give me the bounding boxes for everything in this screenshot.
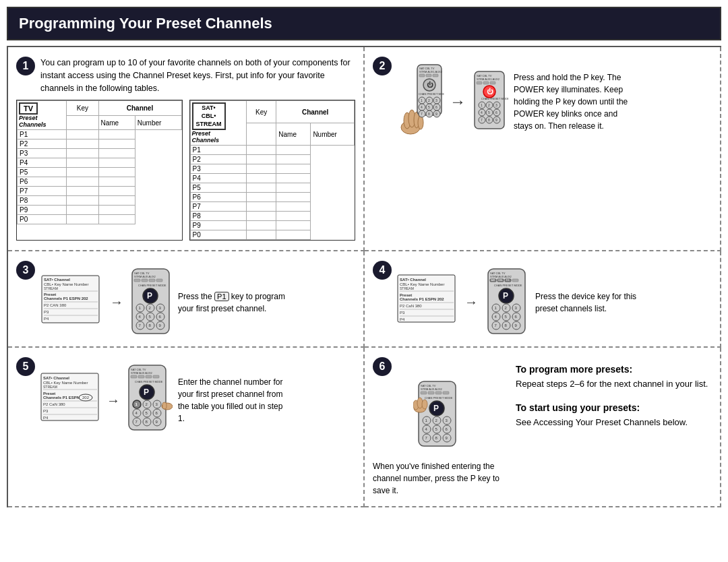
svg-rect-192 bbox=[421, 392, 427, 394]
step-6-text: When you've finished entering the channe… bbox=[373, 460, 508, 497]
table-row: P0 bbox=[190, 230, 355, 240]
row-key: P0 bbox=[190, 230, 246, 240]
table-row: P2 bbox=[190, 155, 355, 164]
preset-channels-label-tv: PresetChannels bbox=[19, 115, 47, 128]
svg-text:1: 1 bbox=[481, 103, 483, 107]
svg-rect-165 bbox=[153, 375, 159, 378]
svg-text:P2  CAN  380: P2 CAN 380 bbox=[44, 303, 67, 307]
step-2-remote-right: SAT CBL TV STRM AUX1 AUX2 ⏻ CHAN PRESET … bbox=[471, 70, 508, 133]
table-row: P6 bbox=[18, 177, 182, 187]
preset-channels-label-sat: PresetChannels bbox=[192, 130, 220, 144]
table-row: P3 bbox=[18, 149, 182, 158]
svg-text:2: 2 bbox=[428, 98, 430, 102]
row-key: P7 bbox=[190, 202, 246, 212]
sat-table: SAT•CBL•STREAM PresetChannels Key Channe… bbox=[189, 100, 356, 241]
svg-text:STRM AUX AUX2: STRM AUX AUX2 bbox=[131, 371, 153, 375]
tv-channel-header: Channel bbox=[98, 101, 181, 116]
table-row: P4 bbox=[18, 158, 182, 168]
svg-text:8: 8 bbox=[488, 118, 490, 122]
page-title: Programming Your Preset Channels bbox=[7, 7, 721, 40]
row-number bbox=[98, 196, 135, 206]
row-name bbox=[246, 164, 276, 174]
tv-key-col: Key bbox=[67, 101, 98, 116]
row-number bbox=[98, 149, 135, 158]
svg-rect-195 bbox=[443, 392, 449, 394]
svg-rect-76 bbox=[142, 279, 148, 282]
svg-text:P2  CaN  380: P2 CaN 380 bbox=[400, 304, 422, 308]
svg-rect-37 bbox=[490, 82, 495, 84]
svg-text:3: 3 bbox=[435, 98, 437, 102]
svg-text:STRM AUX1 AUX2: STRM AUX1 AUX2 bbox=[477, 77, 500, 81]
table-row: P4 bbox=[190, 174, 355, 183]
svg-text:STREAM: STREAM bbox=[43, 385, 57, 389]
step-3-content: SAT• Channel CBL• Key Name Number STREAM… bbox=[40, 268, 355, 337]
tables-row: TV PresetChannels Key Channel Name Numbe… bbox=[16, 100, 355, 241]
step-3-arrow: → bbox=[110, 294, 123, 310]
table-row: P8 bbox=[18, 196, 182, 206]
main-grid: 1 You can program up to 10 of your favor… bbox=[7, 46, 721, 507]
sat-blank bbox=[246, 123, 276, 146]
svg-text:P4: P4 bbox=[400, 317, 405, 321]
svg-text:1: 1 bbox=[421, 98, 423, 102]
row-key: P4 bbox=[190, 174, 246, 183]
table-row: P1 bbox=[18, 130, 182, 139]
table-row: P6 bbox=[190, 193, 355, 202]
svg-text:CHAN PRESET MODE: CHAN PRESET MODE bbox=[419, 92, 444, 96]
row-name bbox=[67, 187, 98, 196]
svg-rect-10 bbox=[433, 74, 438, 77]
svg-text:Channels  P1  ESPN  202: Channels P1 ESPN 202 bbox=[44, 296, 88, 301]
svg-text:P3: P3 bbox=[43, 409, 49, 413]
step-5-content: SAT• Channel CBL• Key Name Number STREAM… bbox=[40, 364, 355, 437]
row-number bbox=[98, 206, 135, 215]
step4-remote-svg: SAT CBL TV STRM AUX AUX2 SAT CBL TV CHAN… bbox=[485, 268, 528, 335]
step-3-mini-table: SAT• Channel CBL• Key Name Number STREAM… bbox=[40, 274, 104, 330]
row-key: P6 bbox=[190, 193, 246, 202]
table-row: P9 bbox=[18, 206, 182, 215]
step-1-cell: 1 You can program up to 10 of your favor… bbox=[8, 47, 365, 251]
step-2-remote-left: SAT CBL TV STRM AUX1 AUX2 ⏻ CHAN PRESET … bbox=[397, 63, 444, 139]
step-3-p1-btn: P1 bbox=[214, 292, 229, 301]
svg-rect-8 bbox=[419, 74, 425, 77]
step-4-number: 4 bbox=[373, 261, 392, 280]
row-key: P8 bbox=[18, 196, 67, 206]
table-row: P7 bbox=[190, 202, 355, 212]
svg-text:P4: P4 bbox=[43, 416, 49, 420]
svg-text:⏻: ⏻ bbox=[427, 81, 433, 88]
table-row: P7 bbox=[18, 187, 182, 196]
svg-text:7: 7 bbox=[421, 112, 423, 116]
to-program-text: Repeat steps 2–6 for the next channel in… bbox=[516, 377, 712, 392]
svg-text:STREAM: STREAM bbox=[400, 286, 414, 290]
svg-text:STRM AUX1 AUX2: STRM AUX1 AUX2 bbox=[419, 70, 443, 73]
table-row: P0 bbox=[18, 215, 182, 224]
row-key: P9 bbox=[190, 221, 246, 230]
step3-table-svg: SAT• Channel CBL• Key Name Number STREAM… bbox=[40, 274, 104, 328]
step-1-text: You can program up to 10 of your favorit… bbox=[40, 57, 355, 94]
tv-blank bbox=[67, 115, 98, 130]
row-key: P1 bbox=[190, 146, 246, 155]
svg-rect-9 bbox=[426, 74, 431, 77]
step-4-cell: 4 SAT• Channel CBL• Key Name Number STRE… bbox=[365, 251, 721, 348]
page-wrapper: Programming Your Preset Channels 1 You c… bbox=[0, 0, 728, 562]
svg-text:CHAN PRESET MODE: CHAN PRESET MODE bbox=[481, 97, 508, 100]
svg-rect-193 bbox=[428, 392, 434, 394]
step-1-header: 1 You can program up to 10 of your favor… bbox=[16, 57, 355, 94]
step-5-number: 5 bbox=[16, 357, 35, 376]
row-name bbox=[246, 212, 276, 221]
table-row: P2 bbox=[18, 139, 182, 149]
step-2-number: 2 bbox=[373, 57, 392, 75]
row-number bbox=[98, 139, 135, 149]
row-key: P5 bbox=[190, 183, 246, 193]
svg-text:P2  CaN  380: P2 CaN 380 bbox=[43, 402, 65, 406]
row-number bbox=[98, 215, 135, 224]
step-4-table-illus: SAT• Channel CBL• Key Name Number STREAM… bbox=[397, 274, 458, 330]
svg-text:P: P bbox=[503, 291, 508, 301]
svg-text:STRM AUX AUX2: STRM AUX AUX2 bbox=[134, 275, 156, 278]
svg-text:202: 202 bbox=[82, 396, 90, 400]
row-number bbox=[276, 183, 311, 193]
step-5-remote: SAT CBL TV STRM AUX AUX2 CHAN PRESET MOD… bbox=[125, 364, 173, 437]
row-key: P7 bbox=[18, 187, 67, 196]
row-number bbox=[276, 202, 311, 212]
row-key: P5 bbox=[18, 168, 67, 177]
row-name bbox=[246, 221, 276, 230]
svg-text:5: 5 bbox=[428, 105, 430, 109]
